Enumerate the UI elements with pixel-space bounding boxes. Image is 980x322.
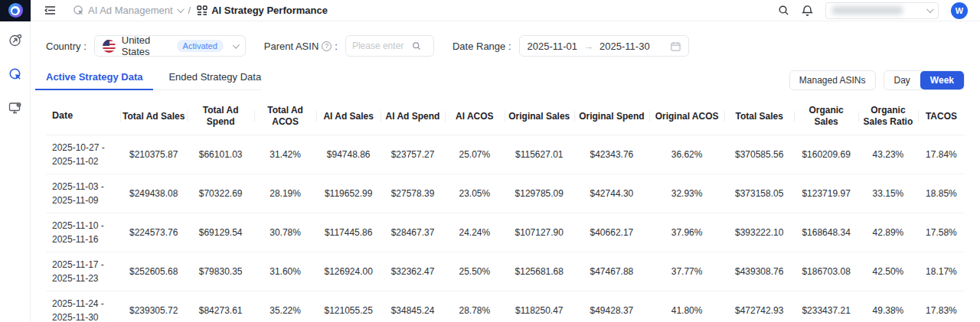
table-row: 2025-11-17 -2025-11-23$252605.68$79830.3… (46, 252, 965, 291)
value-cell: $249438.08 (120, 174, 187, 213)
value-cell: $118250.47 (505, 291, 574, 322)
value-cell: 33.15% (858, 174, 918, 213)
chevron-down-icon (177, 5, 185, 13)
date-end: 2025-11-30 (599, 41, 650, 52)
value-cell: $252605.68 (120, 252, 187, 291)
value-cell: $123719.97 (794, 174, 858, 213)
toolbar: Managed ASINs Day Week (789, 70, 965, 90)
top-bar: AI Ad Management / AI Strategy Performan… (0, 0, 980, 21)
column-header: TACOS (918, 98, 965, 135)
value-cell: 23.05% (445, 174, 505, 213)
value-cell: 41.80% (649, 291, 724, 322)
avatar[interactable]: W (951, 2, 968, 19)
value-cell: $27578.39 (381, 174, 445, 213)
value-cell: $70322.69 (187, 174, 253, 213)
value-cell: $233437.21 (794, 291, 858, 322)
day-toggle[interactable]: Day (884, 71, 920, 89)
value-cell: 28.19% (254, 174, 316, 213)
value-cell: $186703.08 (794, 252, 858, 291)
notification-bell-icon[interactable] (802, 5, 813, 17)
column-header: Total Ad Sales (120, 98, 187, 135)
sidebar-item-ai-ad-management-icon[interactable] (8, 67, 22, 81)
value-cell: $34845.24 (381, 291, 445, 322)
sidebar-collapse-icon[interactable] (44, 5, 56, 15)
sidebar-item-monitor-settings-icon[interactable] (8, 101, 22, 115)
date-range-picker[interactable]: 2025-11-01 → 2025-11-30 (519, 35, 689, 57)
date-arrow: → (583, 41, 593, 52)
column-header: AI Ad Sales (316, 98, 381, 135)
parent-asin-input[interactable] (352, 41, 407, 51)
column-header: Date (46, 98, 120, 135)
value-cell: $23757.27 (381, 135, 445, 174)
value-cell: $126924.00 (316, 252, 381, 291)
us-flag-icon (103, 40, 116, 53)
breadcrumb-parent[interactable]: AI Ad Management (73, 5, 182, 16)
breadcrumb: AI Ad Management / AI Strategy Performan… (73, 5, 328, 16)
value-cell: $69129.54 (187, 213, 253, 252)
chevron-down-icon (926, 5, 934, 13)
value-cell: $47467.88 (574, 252, 649, 291)
app-window: AI Ad Management / AI Strategy Performan… (0, 0, 980, 322)
table-row: 2025-10-27 -2025-11-02$210375.87$66101.0… (46, 135, 965, 174)
value-cell: 25.07% (445, 135, 505, 174)
week-toggle[interactable]: Week (920, 71, 964, 89)
value-cell: 32.93% (649, 174, 724, 213)
value-cell: 17.83% (918, 291, 965, 322)
country-select[interactable]: United States Activated (94, 35, 246, 57)
app-logo[interactable] (0, 0, 31, 21)
value-cell: $239305.72 (120, 291, 187, 322)
column-header: AI ACOS (445, 98, 505, 135)
managed-asins-button[interactable]: Managed ASINs (789, 70, 876, 90)
date-cell: 2025-11-17 -2025-11-23 (46, 252, 120, 291)
country-value: United States (122, 34, 171, 57)
date-cell: 2025-11-03 -2025-11-09 (46, 174, 120, 213)
value-cell: $370585.56 (724, 135, 794, 174)
value-cell: 49.38% (858, 291, 918, 322)
account-select[interactable] (825, 2, 939, 19)
country-label: Country : (46, 41, 87, 52)
calendar-icon (671, 41, 681, 51)
date-range-label: Date Range : (452, 41, 511, 52)
table-row: 2025-11-10 -2025-11-16$224573.76$69129.5… (46, 213, 965, 252)
value-cell: 31.60% (254, 252, 316, 291)
tab-ended-strategy-data[interactable]: Ended Strategy Data (168, 71, 261, 83)
value-cell: $42744.30 (574, 174, 649, 213)
activated-badge: Activated (177, 40, 224, 52)
value-cell: $129785.09 (505, 174, 574, 213)
value-cell: $42343.76 (574, 135, 649, 174)
column-header: Original Sales (505, 98, 574, 135)
tabs-row: Active Strategy Data Ended Strategy Data… (46, 70, 965, 90)
date-cell: 2025-10-27 -2025-11-02 (46, 135, 120, 174)
value-cell: $373158.05 (724, 174, 794, 213)
value-cell: $28467.37 (381, 213, 445, 252)
filter-bar: Country : United States Activated Parent… (46, 35, 965, 57)
value-cell: $224573.76 (120, 213, 187, 252)
granularity-toggle: Day Week (884, 70, 965, 90)
sidebar-item-campaign-icon[interactable] (8, 34, 22, 47)
table-body: 2025-10-27 -2025-11-02$210375.87$66101.0… (46, 135, 965, 322)
value-cell: 43.23% (858, 135, 918, 174)
parent-asin-input-wrap (345, 35, 434, 57)
value-cell: $125681.68 (505, 252, 574, 291)
value-cell: 37.96% (649, 213, 724, 252)
value-cell: 17.84% (918, 135, 965, 174)
chevron-down-icon (233, 41, 240, 48)
column-header: Organic Sales (794, 98, 858, 135)
column-header: Original Spend (574, 98, 649, 135)
value-cell: $79830.35 (187, 252, 253, 291)
tabs: Active Strategy Data Ended Strategy Data (46, 71, 261, 90)
tab-active-strategy-data[interactable]: Active Strategy Data (46, 71, 142, 83)
value-cell: 42.50% (858, 252, 918, 291)
value-cell: $119652.99 (316, 174, 381, 213)
column-header: Original ACOS (649, 98, 724, 135)
logo-icon (8, 3, 23, 18)
search-icon[interactable] (778, 5, 789, 16)
value-cell: 17.58% (918, 213, 965, 252)
value-cell: $121055.25 (316, 291, 381, 322)
value-cell: 42.89% (858, 213, 918, 252)
value-cell: $107127.90 (505, 213, 574, 252)
table-row: 2025-11-24 -2025-11-30$239305.72$84273.6… (46, 291, 965, 322)
ad-target-icon (73, 5, 84, 16)
breadcrumb-current[interactable]: AI Strategy Performance (197, 5, 328, 16)
help-icon[interactable]: ? (322, 41, 332, 51)
